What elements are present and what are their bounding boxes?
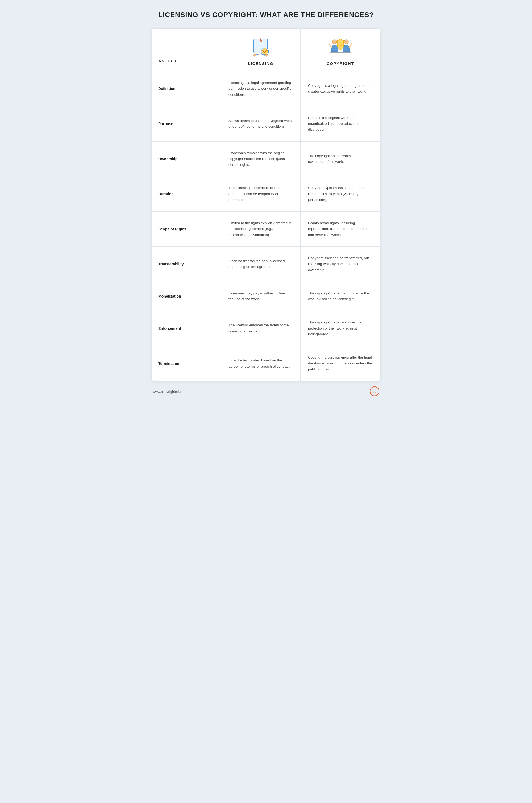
aspect-name: Scope of Rights <box>158 227 187 231</box>
comparison-table: ASPECT <box>152 29 380 381</box>
copyright-cell: Copyright itself can be transferred, but… <box>301 247 380 282</box>
copyright-text: Copyright itself can be transferred, but… <box>308 255 373 273</box>
aspect-cell: Enforcement <box>152 311 221 346</box>
svg-point-11 <box>344 40 348 44</box>
aspect-name: Purpose <box>158 122 173 126</box>
copyright-text: Copyright protection ends after the lega… <box>308 355 373 372</box>
page-title: LICENSING VS COPYRIGHT: WHAT ARE THE DIF… <box>152 11 380 19</box>
svg-line-12 <box>349 44 352 47</box>
licensing-cell: Licensees may pay royalties or fees for … <box>221 282 301 311</box>
aspect-cell: Termination <box>152 346 221 381</box>
svg-text:©: © <box>373 389 376 394</box>
licensing-text: It can be transferred or sublicensed dep… <box>228 258 293 270</box>
table-header: ASPECT <box>152 29 380 71</box>
table-row: Monetization Licensees may pay royalties… <box>152 282 380 311</box>
copyright-cell: The copyright holder enforces the protec… <box>301 311 380 346</box>
table-body: Definition Licensing is a legal agreemen… <box>152 71 380 381</box>
svg-point-8 <box>265 54 268 56</box>
licensing-text: Licensees may pay royalties or fees for … <box>228 291 293 302</box>
aspect-name: Monetization <box>158 294 181 298</box>
licensing-cell: The licensing agreement defines duration… <box>221 176 301 211</box>
aspect-header-label: ASPECT <box>158 59 177 66</box>
aspect-name: Enforcement <box>158 326 181 331</box>
aspect-cell: Definition <box>152 71 221 106</box>
licensing-cell: Licensing is a legal agreement granting … <box>221 71 301 106</box>
aspect-cell: Ownership <box>152 142 221 176</box>
header-licensing: LICENSING <box>221 29 301 71</box>
svg-point-7 <box>253 54 256 56</box>
licensing-text: It can be terminated based on the agreem… <box>228 357 293 370</box>
table-row: Purpose Allows others to use a copyright… <box>152 107 380 142</box>
copyright-text: The copyright holder can monetize the wo… <box>308 291 373 302</box>
aspect-cell: Purpose <box>152 107 221 141</box>
aspect-name: Definition <box>158 87 175 91</box>
aspect-cell: Duration <box>152 176 221 211</box>
copyright-cell: Copyright protection ends after the lega… <box>301 346 380 381</box>
footer: www.copyrighted.com © <box>152 387 380 397</box>
table-row: Scope of Rights Limited to the rights ex… <box>152 211 380 247</box>
licensing-cell: The licensor enforces the terms of the l… <box>221 311 301 346</box>
licensing-cell: Ownership remains with the original copy… <box>221 142 301 176</box>
header-aspect: ASPECT <box>152 29 221 71</box>
licensing-text: Licensing is a legal agreement granting … <box>228 80 293 98</box>
aspect-name: Duration <box>158 192 174 196</box>
aspect-name: Termination <box>158 361 179 366</box>
copyright-text: Grants broad rights, including reproduct… <box>308 220 373 238</box>
aspect-name: Transferability <box>158 262 184 266</box>
footer-logo-icon: © <box>370 387 379 397</box>
copyright-header-label: COPYRIGHT <box>327 61 354 66</box>
copyright-icon: © <box>328 37 353 58</box>
licensing-icon <box>249 37 273 58</box>
table-row: Termination It can be terminated based o… <box>152 346 380 381</box>
licensing-text: The licensor enforces the terms of the l… <box>228 322 293 334</box>
svg-text:©: © <box>339 42 342 46</box>
licensing-cell: Limited to the rights explicitly granted… <box>221 211 301 246</box>
copyright-cell: The copyright holder can monetize the wo… <box>301 282 380 311</box>
licensing-cell: Allows others to use a copyrighted work … <box>221 107 301 141</box>
aspect-cell: Scope of Rights <box>152 211 221 246</box>
licensing-cell: It can be terminated based on the agreem… <box>221 346 301 381</box>
licensing-text: Allows others to use a copyrighted work … <box>228 118 293 130</box>
licensing-text: Limited to the rights explicitly granted… <box>228 220 293 238</box>
svg-point-9 <box>332 40 337 44</box>
copyright-text: Protects the original work from unauthor… <box>308 115 373 133</box>
licensing-header-label: LICENSING <box>248 61 273 66</box>
copyright-cell: Copyright typically lasts the author's l… <box>301 176 380 211</box>
aspect-cell: Monetization <box>152 282 221 311</box>
table-row: Enforcement The licensor enforces the te… <box>152 311 380 346</box>
header-copyright: © COPYRIGHT <box>301 29 380 71</box>
table-row: Duration The licensing agreement defines… <box>152 176 380 211</box>
licensing-text: The licensing agreement defines duration… <box>228 185 293 203</box>
copyright-text: Copyright is a legal right that grants t… <box>308 83 373 95</box>
copyright-cell: Grants broad rights, including reproduct… <box>301 211 380 246</box>
aspect-cell: Transferability <box>152 247 221 282</box>
copyright-text: The copyright holder retains full owners… <box>308 153 373 165</box>
footer-url: www.copyrighted.com <box>153 390 186 394</box>
copyright-text: Copyright typically lasts the author's l… <box>308 185 373 203</box>
copyright-cell: Copyright is a legal right that grants t… <box>301 71 380 106</box>
licensing-text: Ownership remains with the original copy… <box>228 150 293 168</box>
copyright-cell: Protects the original work from unauthor… <box>301 107 380 141</box>
copyright-cell: The copyright holder retains full owners… <box>301 142 380 176</box>
copyright-text: The copyright holder enforces the protec… <box>308 319 373 337</box>
table-row: Transferability It can be transferred or… <box>152 247 380 282</box>
svg-line-10 <box>329 44 331 47</box>
aspect-name: Ownership <box>158 157 177 161</box>
table-row: Ownership Ownership remains with the ori… <box>152 142 380 177</box>
licensing-cell: It can be transferred or sublicensed dep… <box>221 247 301 282</box>
table-row: Definition Licensing is a legal agreemen… <box>152 71 380 107</box>
